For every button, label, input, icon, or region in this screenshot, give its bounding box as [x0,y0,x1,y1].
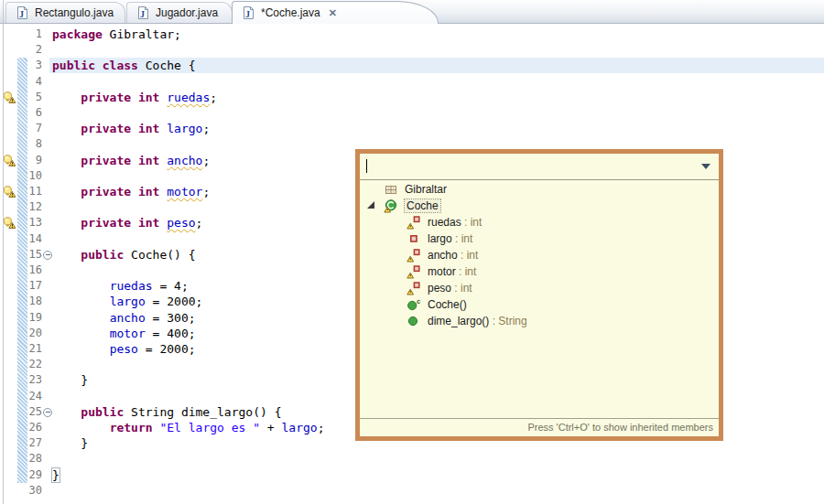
java-file-icon: J [241,5,255,20]
code-line[interactable]: 1package Gibraltar; [0,27,824,43]
outline-tree-item[interactable]: cCoche() [360,296,719,313]
method-public-icon [407,314,421,328]
outline-filter-input[interactable] [360,154,719,180]
outline-tree: GibraltarCocheruedas : intlargo : intanc… [360,181,719,329]
code-text: motor = 400; [52,326,196,341]
tab-label: Jugador.java [156,6,218,19]
fold-collapse-icon[interactable] [43,408,52,417]
svg-text:c: c [417,297,420,306]
line-number: 26 [22,420,42,435]
line-number: 18 [22,294,42,309]
tree-item-label: peso [428,282,451,295]
code-text: return "El largo es " + largo; [52,420,324,435]
line-number: 23 [22,372,42,388]
line-number: 21 [22,341,42,357]
warning-bulb-icon [3,91,16,104]
code-text: package Gibraltar; [52,27,181,42]
field-private-icon [407,231,421,246]
code-line[interactable]: 5 private int ruedas; [0,90,824,106]
tree-item-label: Coche() [428,298,467,311]
svg-text:J: J [140,9,145,19]
tree-item-type: : int [461,216,482,229]
code-line[interactable]: 2 [0,42,824,59]
editor-tab[interactable]: JJugador.java [126,2,233,23]
line-number: 12 [22,199,42,215]
tab-bar: JRectangulo.javaJJugador.javaJ*Coche.jav… [0,0,824,24]
tree-item-type: : int [458,249,479,262]
line-number: 6 [22,105,42,121]
package-icon [384,182,398,197]
tree-item-type: : int [456,265,477,278]
outline-tree-item[interactable]: ruedas : int [360,214,719,231]
tree-item-label: Gibraltar [405,183,447,196]
line-number: 9 [22,153,42,168]
tree-item-label: ruedas [428,216,461,229]
code-line[interactable]: 4 [0,74,824,91]
tree-item-label: dime_largo() [428,315,489,327]
warning-bulb-icon [3,216,16,230]
code-text: largo = 2000; [52,294,202,309]
editor-tab[interactable]: JRectangulo.java [5,2,125,23]
line-number: 30 [22,483,42,499]
code-text: public Coche() { [52,247,196,263]
line-number: 20 [22,326,42,341]
outline-tree-item[interactable]: Coche [360,198,719,214]
editor-tab[interactable]: J*Coche.java✕ [232,1,439,24]
code-line[interactable]: 3public class Coche { [0,58,824,74]
field-private-icon-warn [407,281,421,295]
line-number: 13 [22,215,42,231]
java-file-icon: J [136,5,150,20]
code-text: public String dime_largo() { [52,404,281,420]
code-text: public class Coche { [52,58,196,73]
line-number: 8 [22,136,42,152]
svg-text:J: J [19,9,24,19]
outline-tree-item[interactable]: peso : int [360,280,719,296]
code-line[interactable]: 29} [0,467,824,484]
quick-outline-popup: GibraltarCocheruedas : intlargo : intanc… [355,149,723,441]
code-line[interactable]: 7 private int largo; [0,121,824,137]
code-text: } [52,467,60,483]
line-number: 16 [22,263,42,278]
outline-tree-item[interactable]: dime_largo() : String [360,313,719,329]
tree-item-label: Coche [405,199,440,212]
code-text: } [52,435,88,451]
line-number: 29 [22,467,42,483]
outline-tree-item[interactable]: motor : int [360,263,719,280]
warning-bulb-icon [3,185,16,198]
line-number: 14 [22,231,42,247]
svg-text:J: J [245,9,250,19]
tree-item-type: : int [452,232,473,245]
window-left-border [3,0,4,504]
eclipse-editor-window: JRectangulo.javaJJugador.javaJ*Coche.jav… [0,0,824,504]
code-text: private int motor; [52,184,210,199]
outline-tree-item[interactable]: ancho : int [360,247,719,263]
tree-expand-icon[interactable] [367,203,384,209]
code-text: private int peso; [52,215,202,231]
field-private-icon-warn [407,215,421,230]
line-number: 25 [22,404,42,420]
code-line[interactable]: 30 [0,483,824,499]
tree-item-type: : String [489,315,526,327]
code-line[interactable]: 6 [0,105,824,122]
tree-item-label: ancho [428,249,458,262]
tree-item-label: motor [428,265,456,278]
outline-hint: Press 'Ctrl+O' to show inherited members [360,418,719,436]
tab-label: Rectangulo.java [35,6,114,19]
outline-tree-item[interactable]: largo : int [360,231,719,247]
line-number: 5 [22,90,42,105]
outline-tree-item[interactable]: Gibraltar [360,181,719,198]
dropdown-arrow-icon[interactable] [701,164,710,169]
code-text: peso = 2000; [52,341,196,357]
line-number: 3 [22,58,42,73]
fold-collapse-icon[interactable] [43,251,52,260]
code-line[interactable]: 28 [0,451,824,467]
class-icon-warn [384,198,398,213]
constructor-icon: c [407,297,421,312]
line-number: 24 [22,389,42,404]
code-text: } [52,372,88,388]
java-file-icon: J [15,5,29,20]
tab-close-icon[interactable]: ✕ [329,7,337,19]
line-number: 1 [22,27,42,42]
code-text: private int ruedas; [52,90,217,105]
field-private-icon-warn [407,248,421,263]
